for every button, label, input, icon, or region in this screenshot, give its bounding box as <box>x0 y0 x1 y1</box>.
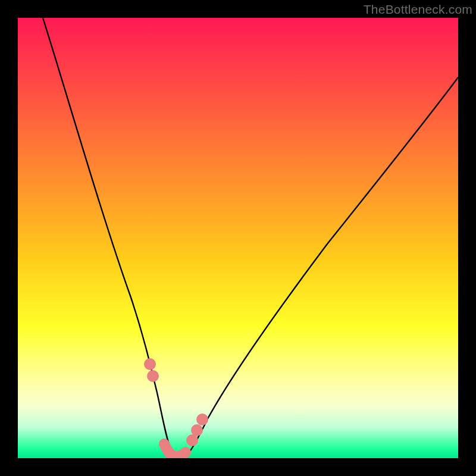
minimum-highlight <box>164 444 186 456</box>
marker-dot <box>191 424 203 436</box>
bottleneck-curve <box>43 18 458 458</box>
curve-layer <box>18 18 458 458</box>
watermark-text: TheBottleneck.com <box>364 2 472 17</box>
marker-dot <box>147 370 159 382</box>
chart-frame: TheBottleneck.com <box>0 0 476 476</box>
marker-dot <box>196 414 208 425</box>
marker-dot <box>186 434 198 446</box>
marker-dot <box>144 358 156 370</box>
